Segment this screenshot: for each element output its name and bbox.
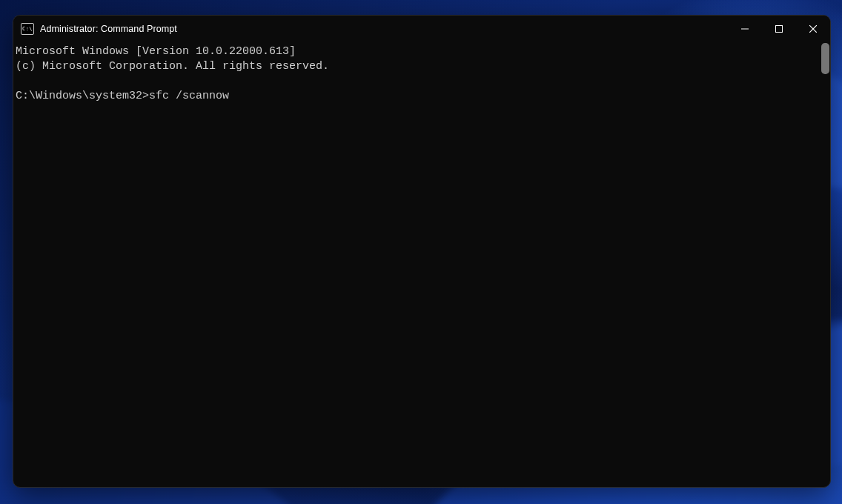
terminal-command: sfc /scannow [149, 90, 229, 102]
titlebar[interactable]: C:\ Administrator: Command Prompt [13, 16, 830, 42]
cmd-icon: C:\ [21, 23, 34, 35]
svg-rect-1 [776, 25, 783, 32]
maximize-button[interactable] [762, 16, 796, 42]
close-button[interactable] [796, 16, 830, 42]
minimize-button[interactable] [728, 16, 762, 42]
terminal-line: Microsoft Windows [Version 10.0.22000.61… [16, 45, 296, 58]
scrollbar-track[interactable] [821, 43, 829, 485]
close-icon [809, 25, 817, 33]
maximize-icon [775, 25, 783, 33]
terminal-output[interactable]: Microsoft Windows [Version 10.0.22000.61… [13, 42, 830, 487]
terminal-prompt: C:\Windows\system32> [16, 90, 149, 102]
terminal-line: (c) Microsoft Corporation. All rights re… [16, 60, 329, 73]
terminal-area[interactable]: Microsoft Windows [Version 10.0.22000.61… [13, 42, 830, 487]
window-title: Administrator: Command Prompt [40, 24, 177, 34]
scrollbar-thumb[interactable] [821, 43, 829, 74]
minimize-icon [741, 25, 749, 33]
command-prompt-window: C:\ Administrator: Command Prompt Micros… [13, 15, 831, 488]
